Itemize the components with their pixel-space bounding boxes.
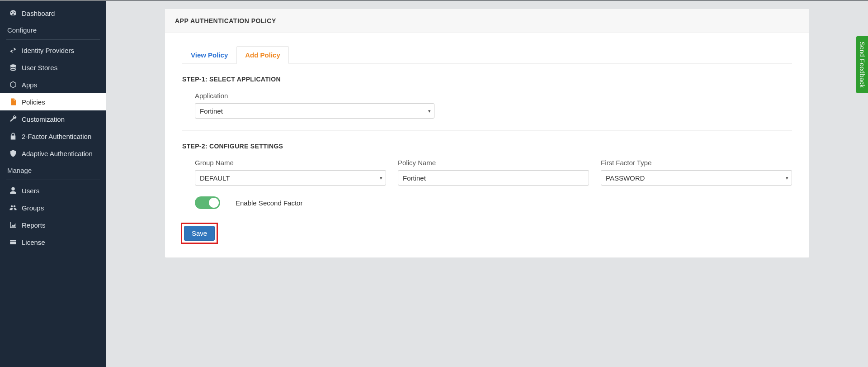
- wrench-icon: [7, 115, 19, 123]
- sidebar-item-license[interactable]: License: [0, 234, 106, 251]
- policy-card: APP AUTHENTICATION POLICY View Policy Ad…: [165, 9, 809, 257]
- sidebar-item-user-stores[interactable]: User Stores: [0, 59, 106, 76]
- group-name-field: Group Name DEFAULT: [195, 159, 386, 186]
- sidebar-section-label-configure: Configure: [7, 26, 37, 34]
- shield-icon: [7, 149, 19, 157]
- sidebar-label-groups: Groups: [22, 204, 44, 212]
- user-icon: [7, 186, 19, 195]
- dashboard-icon: [7, 9, 19, 17]
- policy-name-input[interactable]: [398, 170, 589, 186]
- main-content: APP AUTHENTICATION POLICY View Policy Ad…: [106, 0, 868, 367]
- sidebar-item-reports[interactable]: Reports: [0, 216, 106, 234]
- document-icon: [7, 98, 19, 106]
- database-icon: [7, 63, 19, 71]
- sidebar-item-identity-providers[interactable]: Identity Providers: [0, 42, 106, 59]
- sidebar-label-reports: Reports: [22, 221, 46, 229]
- sidebar-divider-2: [6, 180, 100, 180]
- window-top-hairline: [0, 0, 868, 1]
- send-feedback-tab[interactable]: Send Feedback: [856, 36, 868, 93]
- application-label: Application: [195, 92, 792, 100]
- groups-icon: [7, 204, 19, 212]
- sidebar-label-customization: Customization: [22, 115, 65, 123]
- sidebar-item-two-factor[interactable]: 2-Factor Authentication: [0, 128, 106, 145]
- sidebar-label-two-factor: 2-Factor Authentication: [22, 133, 91, 140]
- step2-block: Group Name DEFAULT Policy Name First Fac…: [182, 159, 792, 209]
- sidebar-item-apps[interactable]: Apps: [0, 76, 106, 93]
- enable-second-factor-toggle[interactable]: [195, 196, 220, 209]
- first-factor-select[interactable]: PASSWORD: [601, 170, 792, 186]
- card-body: View Policy Add Policy STEP-1: SELECT AP…: [165, 33, 809, 257]
- group-name-select[interactable]: DEFAULT: [195, 170, 386, 186]
- step2-title: STEP-2: CONFIGURE SETTINGS: [182, 143, 792, 150]
- sidebar-label-dashboard: Dashboard: [22, 10, 55, 17]
- swap-icon: [7, 46, 19, 54]
- first-factor-label: First Factor Type: [601, 159, 792, 167]
- step1-title: STEP-1: SELECT APPLICATION: [182, 76, 792, 83]
- first-factor-select-wrap: PASSWORD: [601, 170, 792, 186]
- sidebar-item-users[interactable]: Users: [0, 182, 106, 199]
- sidebar-label-user-stores: User Stores: [22, 64, 57, 71]
- sidebar-section-configure: Configure: [0, 22, 106, 38]
- cube-icon: [7, 81, 19, 89]
- policy-tabs: View Policy Add Policy: [182, 46, 792, 64]
- toggle-knob: [209, 198, 219, 208]
- policy-name-field: Policy Name: [398, 159, 589, 186]
- sidebar-item-dashboard[interactable]: Dashboard: [0, 5, 106, 22]
- step1-block: Application Fortinet: [182, 92, 792, 119]
- lock-icon: [7, 132, 19, 140]
- save-button[interactable]: Save: [184, 226, 215, 241]
- sidebar-section-manage: Manage: [0, 162, 106, 178]
- sidebar-item-groups[interactable]: Groups: [0, 199, 106, 216]
- policy-name-label: Policy Name: [398, 159, 589, 167]
- enable-second-factor-label: Enable Second Factor: [236, 199, 302, 207]
- sidebar-label-license: License: [22, 238, 45, 246]
- group-name-label: Group Name: [195, 159, 386, 167]
- step2-row: Group Name DEFAULT Policy Name First Fac…: [195, 159, 792, 186]
- sidebar-item-policies[interactable]: Policies: [0, 93, 106, 110]
- sidebar-label-users: Users: [22, 187, 39, 195]
- sidebar-divider: [6, 39, 100, 40]
- sidebar-label-apps: Apps: [22, 81, 37, 89]
- application-select-wrap: Fortinet: [195, 103, 434, 119]
- sidebar-label-policies: Policies: [22, 98, 45, 106]
- enable-second-factor-row: Enable Second Factor: [195, 196, 792, 209]
- tab-view-policy[interactable]: View Policy: [182, 46, 236, 64]
- application-select[interactable]: Fortinet: [195, 103, 434, 119]
- sidebar-label-identity-providers: Identity Providers: [22, 47, 74, 54]
- sidebar: Dashboard Configure Identity Providers U…: [0, 0, 106, 367]
- sidebar-section-label-manage: Manage: [7, 167, 32, 174]
- save-highlight-box: Save: [181, 223, 218, 244]
- sidebar-item-adaptive-auth[interactable]: Adaptive Authentication: [0, 145, 106, 162]
- card-icon: [7, 238, 19, 246]
- first-factor-field: First Factor Type PASSWORD: [601, 159, 792, 186]
- tab-add-policy[interactable]: Add Policy: [236, 46, 289, 64]
- group-name-select-wrap: DEFAULT: [195, 170, 386, 186]
- sidebar-label-adaptive-auth: Adaptive Authentication: [22, 150, 93, 157]
- sidebar-item-customization[interactable]: Customization: [0, 110, 106, 128]
- chart-icon: [7, 221, 19, 229]
- card-title: APP AUTHENTICATION POLICY: [165, 9, 809, 33]
- step-separator: [182, 130, 792, 131]
